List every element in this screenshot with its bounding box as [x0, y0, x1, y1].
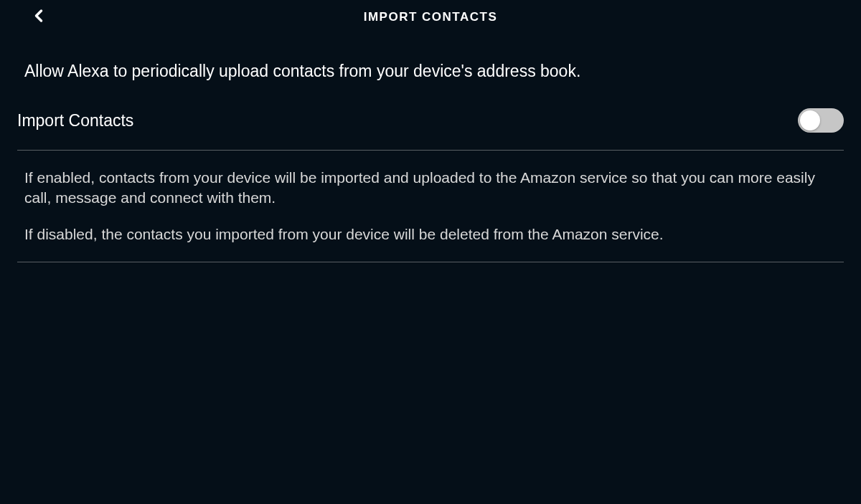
- page-title: IMPORT CONTACTS: [14, 10, 847, 24]
- import-contacts-toggle-label: Import Contacts: [17, 111, 133, 130]
- header: IMPORT CONTACTS: [0, 0, 861, 34]
- explanation-section: If enabled, contacts from your device wi…: [0, 151, 861, 262]
- description-text: Allow Alexa to periodically upload conta…: [0, 34, 861, 103]
- import-contacts-toggle-row: Import Contacts: [0, 103, 861, 150]
- import-contacts-toggle[interactable]: [798, 108, 844, 133]
- chevron-left-icon: [29, 6, 49, 26]
- toggle-knob: [800, 110, 820, 130]
- enabled-explanation-text: If enabled, contacts from your device wi…: [24, 168, 837, 209]
- back-button[interactable]: [29, 6, 49, 26]
- divider: [17, 262, 844, 262]
- disabled-explanation-text: If disabled, the contacts you imported f…: [24, 224, 837, 244]
